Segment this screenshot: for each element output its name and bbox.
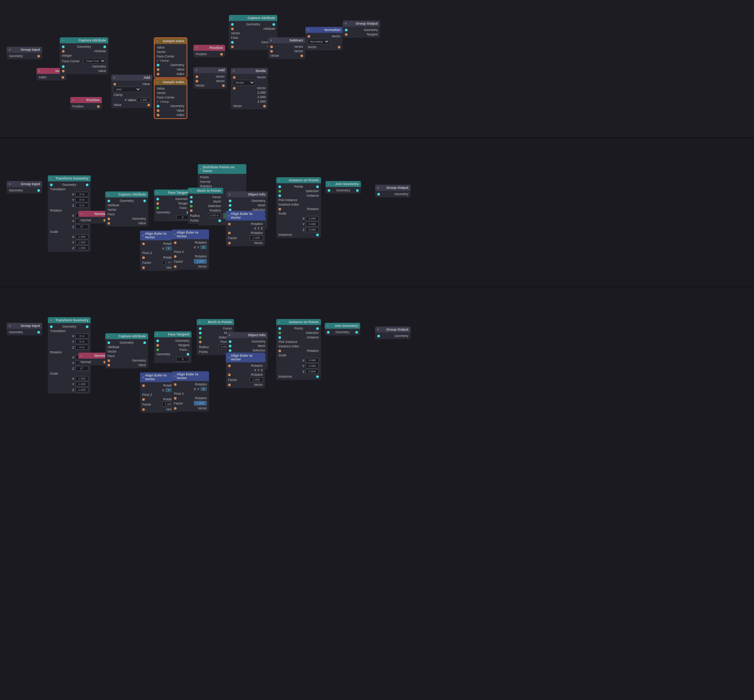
group-input-node-2: ▾ Group Input Geometry (7, 181, 42, 194)
group-input-title-1: Group Input (21, 48, 40, 52)
add-node-2: ▾ Add Vector Vector Vector (193, 67, 227, 89)
group-output-node-1: ▾ Group Output Geometry Tangent (343, 20, 380, 38)
group-output-node-3: ▾ Group Output Geometry (375, 327, 411, 339)
subtract-node-1: ▾ Subtract Vector Vector Vector (268, 38, 305, 59)
instance-on-pts-node-1: ▾ Instance on Points Points Selection In… (276, 177, 321, 238)
normalize-node-1: ▾ Normalize Vector Normalize Vector (305, 27, 343, 50)
normal-node-2: ▾ Normal Normal (78, 353, 108, 365)
align-euler-node-6: ▾ Align Euler to Vector Rotation XYZ Rot… (226, 353, 265, 388)
capture-attr-node-3: ▾ Capture Attribute Geometry Attribute V… (105, 191, 148, 227)
align-euler-node-5: ▾ Align Euler to Vector Rotation XYZ Piv… (172, 371, 209, 412)
face-tangent-node-1: ▾ Face Tangent Geometry Tangent Face... … (154, 189, 191, 221)
collapse-index[interactable]: ▾ (39, 69, 40, 73)
capture-attr-node-1: ▾ Capture Attribute Geometry Attribute I… (60, 38, 108, 74)
sample-index-node-1: ▾ Sample Index Value Vector Face Corner … (154, 38, 188, 78)
geo-dot-right (38, 55, 40, 58)
add-node-1: ▾ Add Value Add Clamp ◆ Value 1.000 Valu… (111, 75, 152, 108)
mid-section: ▾ Group Input Geometry ▾ Transform Geome… (0, 138, 754, 288)
capture-attr-node-4: ▾ Capture Attribute Geometry Attribute V… (105, 333, 148, 368)
normal-node-1: ▾ Normal Normal (78, 211, 108, 223)
position-node-1: ▾ Position Position (70, 97, 102, 110)
face-corner-select[interactable]: Face Corner (84, 58, 106, 64)
geometry-output: Geometry (7, 54, 42, 58)
join-geo-node-2: ▾ Join Geometry Geometry (325, 323, 360, 336)
align-euler-node-2: ▾ Align Euler to Vector Rotation XYZ Piv… (172, 230, 209, 270)
bot-section: ▾ Group Input Geometry ▾ Transform Geome… (0, 288, 754, 700)
group-input-node-3: ▾ Group Input Geometry (7, 323, 42, 336)
add-select[interactable]: Add (113, 87, 141, 92)
divide-node-1: ▾ Divide Vector Divide Vector 2.000 2.00… (231, 68, 268, 109)
sample-index-node-2: ▾ Sample Index Value Vector Face Corner … (154, 78, 188, 119)
mesh-to-pts-node-1: ▾ Mesh to Points Faces Mesh Selection Po… (188, 188, 223, 224)
collapse-btn-1[interactable]: ▾ (9, 48, 11, 52)
group-output-node-2: ▾ Group Output Geometry (375, 185, 411, 197)
top-section: ▾ Group Input Geometry ▾ Index Index ▾ C… (0, 0, 754, 138)
position-node-2: ▾ Position Position (193, 45, 225, 58)
instance-on-pts-node-2: ▾ Instance on Points Points Selection In… (276, 319, 321, 380)
group-input-node-1: ▾ Group Input Geometry (7, 47, 42, 59)
join-geo-node-1: ▾ Join Geometry Geometry (325, 181, 361, 194)
face-tangent-node-2: ▾ Face Tangent Geometry Tangent Face... … (154, 331, 191, 363)
add-value-1[interactable]: 1.000 (137, 97, 150, 102)
align-euler-node-3: ▾ Align Euler to Vector Rotation XYZ Rot… (226, 211, 265, 246)
